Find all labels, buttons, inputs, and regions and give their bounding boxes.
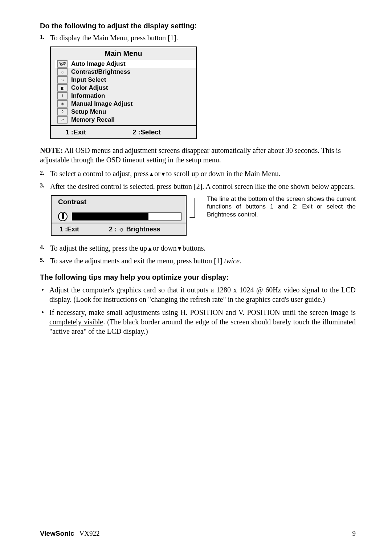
page-footer: ViewSonic VX922 9 xyxy=(40,530,356,538)
osd-item-label: Setup Menu xyxy=(71,108,106,116)
callout-connector xyxy=(187,195,207,220)
down-arrow-icon: ▼ xyxy=(160,171,166,177)
step-text-pre: To adjust the setting, press the up xyxy=(50,244,147,252)
step-1: 1. To display the Main Menu, press butto… xyxy=(40,34,356,42)
step-text-mid: or xyxy=(154,170,160,178)
up-arrow-icon: ▲ xyxy=(148,171,154,177)
contrast-footer-exit: 1 :Exit xyxy=(52,226,109,233)
osd-menu-footer: 1 :Exit 2 :Select xyxy=(51,125,196,138)
osd-menu-title: Main Menu xyxy=(51,47,196,60)
step-text-post: to scroll up or down in the Main Menu. xyxy=(166,170,281,178)
input-select-icon: ⤳ xyxy=(57,76,68,84)
contrast-knob-icon xyxy=(58,212,68,221)
brightness-icon: ☼ xyxy=(57,68,68,76)
step-number: 4. xyxy=(40,244,50,252)
note-text: All OSD menus and adjustment screens dis… xyxy=(40,146,341,164)
down-arrow-icon: ▼ xyxy=(177,246,183,252)
osd-item-label: Color Adjust xyxy=(71,84,108,92)
osd-item-setup-menu: ? Setup Menu xyxy=(57,108,192,116)
step-text-post: . xyxy=(240,257,241,265)
bullet-icon: • xyxy=(40,285,49,304)
step-text-italic: twice xyxy=(224,257,240,265)
step-number: 5. xyxy=(40,257,50,265)
step-2: 2. To select a control to adjust, press▲… xyxy=(40,170,356,178)
contrast-slider xyxy=(72,212,181,220)
osd-footer-exit: 1 :Exit xyxy=(51,128,129,136)
step-text: After the desired control is selected, p… xyxy=(50,182,356,191)
osd-item-color-adjust: ◧ Color Adjust xyxy=(57,84,192,92)
osd-item-label: Input Select xyxy=(71,76,106,84)
color-adjust-icon: ◧ xyxy=(57,84,68,92)
step-text: To select a control to adjust, press▲or▼… xyxy=(50,170,356,178)
contrast-title: Contrast xyxy=(58,198,181,206)
tip-1: • Adjust the computer's graphics card so… xyxy=(40,285,356,304)
step-number: 2. xyxy=(40,170,50,178)
footer-brand-name: ViewSonic xyxy=(40,530,74,537)
tip-2: • If necessary, make small adjustments u… xyxy=(40,308,356,336)
bullet-icon: • xyxy=(40,308,49,336)
contrast-footer: 1 :Exit 2 : ☼ Brightness xyxy=(52,223,186,235)
osd-item-label: Auto Image Adjust xyxy=(71,60,126,68)
up-arrow-icon: ▲ xyxy=(147,246,153,252)
osd-main-menu: Main Menu AUTOSET Auto Image Adjust ☼ Co… xyxy=(50,46,197,139)
osd-item-label: Manual Image Adjust xyxy=(71,100,132,108)
footer-page-number: 9 xyxy=(352,530,356,538)
step-4: 4. To adjust the setting, press the up▲o… xyxy=(40,244,356,252)
step-number: 1. xyxy=(40,34,50,42)
osd-item-label: Contrast/Brightness xyxy=(71,68,130,76)
osd-item-contrast-brightness: ☼ Contrast/Brightness xyxy=(57,68,192,76)
step-text: To save the adjustments and exit the men… xyxy=(50,257,356,265)
step-text-pre: To select a control to adjust, press xyxy=(50,170,148,178)
contrast-footer-brightness: 2 : ☼ Brightness xyxy=(109,226,186,233)
step-text: To adjust the setting, press the up▲or d… xyxy=(50,244,356,252)
auto-set-icon: AUTOSET xyxy=(57,60,68,68)
tip-text: If necessary, make small adjustments usi… xyxy=(49,308,356,336)
heading-optimize-tips: The following tips may help you optimize… xyxy=(40,273,356,281)
note-paragraph: NOTE: All OSD menus and adjustment scree… xyxy=(40,146,356,165)
manual-adjust-icon: ✥ xyxy=(57,100,68,108)
step-number: 3. xyxy=(40,182,50,191)
tip-text-pre: If necessary, make small adjustments usi… xyxy=(49,308,356,316)
osd-item-label: Memory Recall xyxy=(71,116,115,123)
step-text-mid: or down xyxy=(153,244,177,252)
tip-text-underline: completely visible xyxy=(49,318,103,326)
osd-footer-select: 2 :Select xyxy=(129,128,196,136)
osd-item-memory-recall: ↶ Memory Recall xyxy=(57,116,192,124)
osd-item-manual-image-adjust: ✥ Manual Image Adjust xyxy=(57,100,192,108)
osd-menu-list: AUTOSET Auto Image Adjust ☼ Contrast/Bri… xyxy=(51,60,196,125)
osd-item-auto-image-adjust: AUTOSET Auto Image Adjust xyxy=(55,60,196,68)
osd-item-label: Information xyxy=(71,92,105,100)
footer-model: VX922 xyxy=(79,530,100,537)
step-text: To display the Main Menu, press button [… xyxy=(50,34,356,42)
footer-brand: ViewSonic VX922 xyxy=(40,530,100,538)
note-label: NOTE: xyxy=(40,146,63,154)
callout-text: The line at the bottom of the screen sho… xyxy=(207,195,356,218)
info-icon: i xyxy=(57,92,68,100)
osd-item-input-select: ⤳ Input Select xyxy=(57,76,192,84)
step-3: 3. After the desired control is selected… xyxy=(40,182,356,191)
tip-text: Adjust the computer's graphics card so t… xyxy=(49,285,356,304)
osd-contrast-screen: Contrast 1 :Exit 2 : ☼ Brightness xyxy=(51,195,187,236)
heading-adjust-display: Do the following to adjust the display s… xyxy=(40,22,356,30)
osd-item-information: i Information xyxy=(57,92,192,100)
step-5: 5. To save the adjustments and exit the … xyxy=(40,257,356,265)
step-text-post: buttons. xyxy=(183,244,206,252)
step-text-pre: To save the adjustments and exit the men… xyxy=(50,257,224,265)
setup-icon: ? xyxy=(57,108,68,116)
memory-recall-icon: ↶ xyxy=(57,116,68,123)
